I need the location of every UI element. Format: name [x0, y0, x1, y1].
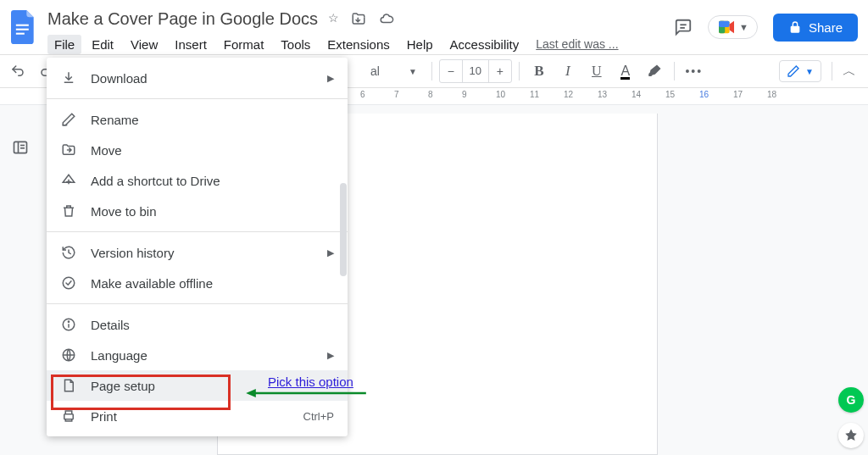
more-button[interactable]: •••	[682, 58, 707, 84]
menu-item-add-shortcut[interactable]: Add a shortcut to Drive	[47, 165, 348, 196]
document-title[interactable]: Make a Cover Page in Google Docs	[47, 9, 318, 29]
menu-item-label: Version history	[91, 246, 174, 260]
svg-rect-1	[16, 29, 29, 31]
menu-item-language[interactable]: Language ▶	[47, 340, 348, 370]
print-icon	[60, 408, 77, 424]
menu-item-move-to-bin[interactable]: Move to bin	[47, 196, 348, 226]
menu-item-label: Move to bin	[91, 204, 157, 219]
menu-item-label: Page setup	[91, 379, 155, 393]
svg-marker-19	[246, 389, 256, 397]
ruler-tick: 8	[428, 90, 433, 99]
svg-rect-2	[16, 33, 25, 35]
menu-item-details[interactable]: Details	[47, 309, 348, 340]
menu-item-label: Rename	[91, 113, 139, 127]
menu-help[interactable]: Help	[400, 35, 440, 54]
menu-extensions[interactable]: Extensions	[320, 35, 396, 54]
scrollbar-thumb[interactable]	[340, 183, 347, 276]
menu-item-label: Details	[91, 318, 130, 332]
bold-button[interactable]: B	[526, 58, 552, 84]
chevron-down-icon: ▼	[805, 67, 814, 76]
collapse-toolbar-button[interactable]: ︿	[843, 63, 856, 80]
undo-button[interactable]	[5, 58, 31, 84]
menu-item-label: Print	[91, 409, 117, 424]
ruler-tick: 18	[767, 90, 776, 99]
decrease-font-button[interactable]: −	[440, 64, 462, 78]
menu-item-move[interactable]: Move	[47, 135, 348, 165]
svg-rect-7	[719, 21, 730, 27]
menu-tools[interactable]: Tools	[274, 35, 317, 54]
ruler-tick: 13	[598, 90, 607, 99]
menu-edit[interactable]: Edit	[85, 35, 120, 54]
annotation-arrow	[234, 389, 378, 397]
docs-logo-icon[interactable]	[10, 10, 37, 44]
move-folder-icon[interactable]	[351, 11, 366, 26]
menu-separator	[47, 231, 348, 232]
menu-item-rename[interactable]: Rename	[47, 104, 348, 135]
text-color-button[interactable]: A	[613, 58, 638, 84]
pencil-icon	[787, 64, 800, 78]
underline-button[interactable]: U	[584, 58, 609, 84]
star-icon[interactable]: ☆	[328, 11, 339, 26]
move-icon	[60, 142, 77, 158]
menu-item-label: Add a shortcut to Drive	[91, 174, 220, 188]
ruler-tick: 6	[360, 90, 365, 99]
ruler-tick: 7	[394, 90, 399, 99]
ruler-tick: 15	[665, 90, 675, 99]
rename-icon	[60, 112, 77, 127]
ruler-tick: 17	[733, 90, 743, 99]
font-size-value[interactable]: 10	[462, 60, 489, 82]
offline-icon	[60, 275, 77, 291]
cloud-status-icon[interactable]	[378, 11, 395, 26]
menu-insert[interactable]: Insert	[168, 35, 214, 54]
menu-accessibility[interactable]: Accessibility	[443, 35, 526, 54]
show-outline-button[interactable]	[8, 136, 32, 159]
download-icon	[60, 70, 77, 86]
svg-rect-17	[64, 414, 74, 419]
submenu-arrow-icon: ▶	[327, 73, 334, 84]
menu-view[interactable]: View	[124, 35, 164, 54]
trash-icon	[60, 203, 77, 219]
globe-icon	[60, 347, 77, 363]
menu-item-label: Move	[91, 143, 122, 158]
svg-rect-0	[16, 25, 29, 26]
font-name-partial: al	[370, 64, 380, 78]
ruler-tick: 11	[530, 90, 539, 99]
menu-item-version-history[interactable]: Version history ▶	[47, 237, 348, 268]
svg-point-15	[68, 321, 69, 322]
menu-item-make-offline[interactable]: Make available offline	[47, 268, 348, 298]
ruler-tick: 10	[496, 90, 505, 99]
menu-item-print[interactable]: Print Ctrl+P	[47, 401, 348, 431]
menu-item-label: Make available offline	[91, 276, 213, 291]
menu-item-label: Language	[91, 348, 147, 363]
shortcut-icon	[60, 173, 77, 188]
editing-mode-button[interactable]: ▼	[779, 60, 821, 82]
ruler-tick: 12	[564, 90, 573, 99]
menu-separator	[47, 303, 348, 304]
chevron-down-icon: ▼	[739, 22, 748, 32]
last-edit-link[interactable]: Last edit was ...	[536, 37, 618, 51]
file-menu-dropdown: Download ▶ Rename Move Add a shortcut to…	[47, 58, 348, 436]
italic-button[interactable]: I	[555, 58, 581, 84]
ruler-tick: 9	[462, 90, 467, 99]
header: Make a Cover Page in Google Docs ☆ File …	[0, 0, 868, 54]
lock-icon	[788, 20, 802, 34]
font-size-stepper[interactable]: − 10 +	[439, 59, 512, 83]
grammarly-icon[interactable]: G	[838, 387, 864, 413]
svg-point-12	[63, 277, 75, 289]
separator	[832, 62, 832, 80]
info-icon	[60, 317, 77, 332]
meet-button[interactable]: ▼	[708, 15, 758, 39]
explore-button[interactable]	[838, 423, 864, 448]
menu-format[interactable]: Format	[217, 35, 271, 54]
increase-font-button[interactable]: +	[489, 64, 511, 78]
menu-item-download[interactable]: Download ▶	[47, 63, 348, 93]
submenu-arrow-icon: ▶	[327, 350, 334, 361]
highlight-color-button[interactable]	[642, 58, 667, 84]
font-family-select[interactable]: al ▼	[363, 64, 425, 79]
comments-icon[interactable]	[674, 18, 693, 36]
submenu-arrow-icon: ▶	[327, 247, 334, 258]
menu-file[interactable]: File	[47, 35, 81, 54]
separator	[431, 62, 432, 80]
separator	[674, 62, 675, 80]
share-button[interactable]: Share	[773, 14, 858, 42]
